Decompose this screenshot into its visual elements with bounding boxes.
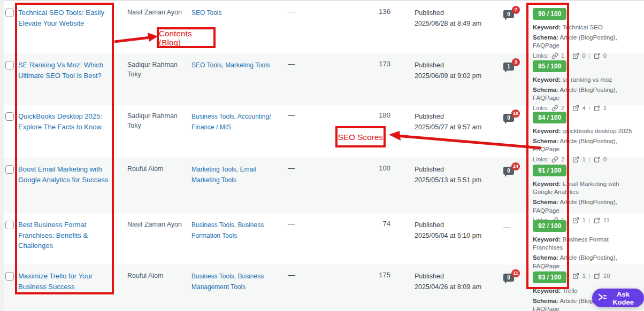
seo-keyword-line: Keyword: Business Format Franchises bbox=[533, 236, 637, 252]
post-row: SE Ranking Vs Moz: Which Ultimate SEO To… bbox=[0, 53, 644, 105]
comments-bubble[interactable]: 0 11 bbox=[503, 274, 514, 282]
post-row: Boost Email Marketing with Google Analyt… bbox=[0, 158, 644, 213]
row-select-checkbox[interactable] bbox=[5, 112, 14, 121]
categories-cell: Business Tools, Business Management Tool… bbox=[191, 271, 281, 292]
author-link[interactable]: Sadiqur Rahman Toky bbox=[127, 61, 178, 78]
title-cell: Maximize Trello for Your Business Succes… bbox=[18, 271, 121, 292]
date-cell: Published 2025/04/26 at 8:09 am bbox=[415, 271, 500, 292]
author-link[interactable]: Sadiqur Rahman Toky bbox=[127, 112, 178, 129]
date-cell: Published 2025/06/09 at 9:02 pm bbox=[415, 60, 500, 81]
keyword-value: quickbooks desktop 2025 bbox=[563, 128, 632, 134]
comments-bubble[interactable]: 1 3 bbox=[503, 63, 514, 71]
comment-count: 0 bbox=[507, 115, 510, 121]
seo-keyword-line: Keyword: quickbooks desktop 2025 bbox=[533, 127, 637, 135]
title-cell: QuickBooks Desktop 2025: Explore The Fac… bbox=[18, 111, 121, 132]
schema-label: Schema: bbox=[533, 34, 558, 41]
seo-keyword-line: Keyword: se ranking vs moz bbox=[533, 76, 637, 84]
tags-cell: — bbox=[288, 271, 304, 279]
seo-score-badge: 93 / 100 bbox=[533, 271, 566, 283]
post-title-link[interactable]: SE Ranking Vs Moz: Which Ultimate SEO To… bbox=[18, 60, 121, 81]
comments-cell: 0 7 bbox=[503, 7, 525, 18]
external-link-count: 4 bbox=[582, 105, 585, 111]
seo-links-line: Links: 2 | 4 | 1 bbox=[533, 105, 637, 112]
schema-label: Schema: bbox=[533, 298, 558, 304]
seo-cell: 85 / 100 Keyword: se ranking vs moz Sche… bbox=[533, 60, 644, 112]
links-label: Links: bbox=[533, 105, 549, 111]
incoming-link-count: 0 bbox=[603, 52, 607, 59]
comments-bubble[interactable]: 0 7 bbox=[503, 10, 514, 18]
schema-label: Schema: bbox=[533, 199, 558, 205]
tags-cell: — bbox=[288, 220, 304, 228]
author-link[interactable]: Rouful Alom bbox=[127, 165, 163, 173]
pending-comments-badge: 3 bbox=[512, 58, 520, 66]
seo-links-line: Links: 1 | 0 | 0 bbox=[533, 52, 637, 59]
seo-cell: 92 / 100 Keyword: Business Format Franch… bbox=[533, 220, 644, 279]
post-status: Published bbox=[415, 7, 500, 18]
incoming-link-count: 1 bbox=[603, 105, 607, 111]
seo-score-badge: 85 / 100 bbox=[533, 60, 566, 72]
comments-bubble[interactable]: 0 10 bbox=[503, 114, 514, 122]
seo-schema-line: Schema: Article (BlogPosting), FAQPage bbox=[533, 34, 637, 50]
post-title-link[interactable]: Maximize Trello for Your Business Succes… bbox=[18, 271, 121, 292]
categories-cell: Business Tools, Business Formation Tools bbox=[191, 220, 281, 240]
author-cell: Nasif Zaman Ayon bbox=[127, 220, 185, 229]
pending-comments-badge: 7 bbox=[512, 6, 520, 14]
incoming-link-icon bbox=[594, 156, 601, 163]
tags-cell: — bbox=[288, 164, 304, 172]
internal-link-count: 2 bbox=[561, 105, 564, 111]
category-link[interactable]: Business Tools, Business Formation Tools bbox=[191, 221, 264, 239]
internal-link-count: 2 bbox=[561, 156, 564, 162]
external-link-count: 0 bbox=[582, 52, 585, 59]
author-cell: Nasif Zaman Ayon bbox=[127, 7, 185, 17]
row-select-checkbox[interactable] bbox=[5, 165, 14, 174]
pending-comments-badge: 10 bbox=[511, 110, 520, 118]
category-link[interactable]: Business Tools, Business Management Tool… bbox=[191, 273, 264, 291]
internal-link-count: 1 bbox=[561, 52, 564, 59]
author-link[interactable]: Rouful Alom bbox=[127, 272, 163, 279]
links-label: Links: bbox=[533, 52, 549, 59]
row-select-checkbox[interactable] bbox=[5, 221, 14, 229]
post-row: Best Business Format Franchises: Benefit… bbox=[0, 213, 644, 265]
category-link[interactable]: Marketing Tools, Email Marketing Tools bbox=[191, 166, 256, 184]
post-title-link[interactable]: QuickBooks Desktop 2025: Explore The Fac… bbox=[18, 111, 121, 132]
row-select-checkbox[interactable] bbox=[5, 272, 14, 281]
post-status: Published bbox=[415, 111, 500, 122]
links-separator: | bbox=[588, 105, 591, 111]
keyword-label: Keyword: bbox=[533, 287, 561, 294]
title-cell: Boost Email Marketing with Google Analyt… bbox=[18, 164, 121, 185]
post-title-link[interactable]: Technical SEO Tools: Easily Elevate Your… bbox=[18, 7, 121, 28]
seo-schema-line: Schema: Article (BlogPosting), FAQPage bbox=[533, 254, 637, 270]
post-title-link[interactable]: Boost Email Marketing with Google Analyt… bbox=[18, 164, 121, 185]
count-cell: 173 bbox=[304, 60, 390, 68]
comments-cell: 0 11 bbox=[503, 271, 525, 282]
tags-cell: — bbox=[288, 60, 304, 68]
seo-schema-line: Schema: Article (BlogPosting), FAQPage bbox=[533, 137, 637, 153]
category-link[interactable]: Business Tools, Accounting/ Finance / MI… bbox=[191, 113, 271, 131]
keyword-label: Keyword: bbox=[533, 76, 561, 83]
comments-cell: — bbox=[503, 220, 525, 232]
links-separator: | bbox=[567, 156, 570, 162]
tags-cell: — bbox=[288, 7, 304, 15]
author-link[interactable]: Nasif Zaman Ayon bbox=[127, 9, 182, 16]
post-row: Technical SEO Tools: Easily Elevate Your… bbox=[0, 1, 644, 53]
row-select-checkbox[interactable] bbox=[5, 61, 14, 69]
seo-keyword-line: Keyword: Email Marketing with Google Ana… bbox=[533, 180, 637, 196]
pending-comments-badge: 14 bbox=[511, 162, 520, 170]
title-cell: SE Ranking Vs Moz: Which Ultimate SEO To… bbox=[18, 60, 121, 81]
external-link-count: 1 bbox=[582, 156, 585, 162]
comments-bubble[interactable]: 0 14 bbox=[503, 167, 514, 175]
row-select-checkbox[interactable] bbox=[5, 9, 14, 17]
kodee-label: Ask Kodee bbox=[610, 290, 636, 306]
author-link[interactable]: Nasif Zaman Ayon bbox=[127, 221, 182, 228]
comment-count: 0 bbox=[507, 11, 510, 17]
category-link[interactable]: SEO Tools, Marketing Tools bbox=[191, 61, 270, 69]
seo-score-badge: 91 / 100 bbox=[533, 165, 566, 176]
post-title-link[interactable]: Best Business Format Franchises: Benefit… bbox=[18, 220, 121, 251]
count-cell: 175 bbox=[304, 271, 390, 279]
schema-label: Schema: bbox=[533, 87, 558, 93]
internal-link-icon bbox=[551, 105, 558, 112]
table-top-border bbox=[0, 0, 644, 1]
external-link-icon bbox=[572, 156, 579, 163]
ask-kodee-button[interactable]: Ask Kodee bbox=[592, 289, 644, 307]
category-link[interactable]: SEO Tools bbox=[191, 9, 221, 17]
